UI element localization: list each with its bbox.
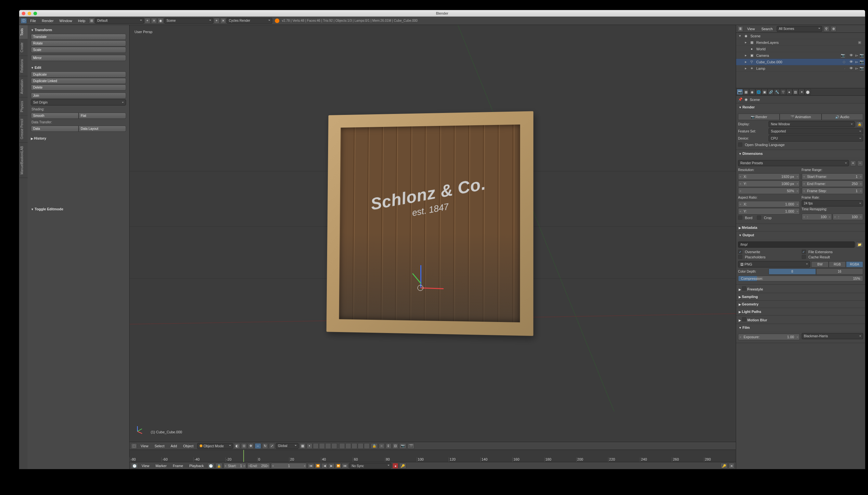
- remove-layout-icon[interactable]: ✕: [151, 18, 157, 24]
- cache-result-checkbox[interactable]: [802, 255, 806, 259]
- playhead[interactable]: [243, 450, 244, 462]
- panel-render-header[interactable]: Render: [736, 104, 865, 111]
- frame-step-field[interactable]: Frame Step:1: [802, 188, 864, 194]
- add-scene-icon[interactable]: +: [214, 18, 219, 24]
- keying-set-icon[interactable]: 🔑: [399, 463, 406, 469]
- data-transfer-button[interactable]: Data: [31, 125, 79, 132]
- screen-layout-browse-icon[interactable]: ⊞: [89, 18, 95, 24]
- output-path-field[interactable]: /tmp/: [738, 241, 855, 248]
- end-frame-field[interactable]: End: 250: [247, 463, 270, 469]
- duplicate-linked-button[interactable]: Duplicate Linked: [31, 78, 126, 84]
- tl-menu-frame[interactable]: Frame: [170, 464, 186, 468]
- pixel-filter-dropdown[interactable]: Blackman-Harris: [802, 333, 864, 339]
- render-engine-dropdown[interactable]: Cycles Render: [227, 18, 272, 24]
- tl-menu-marker[interactable]: Marker: [153, 464, 169, 468]
- visibility-icon[interactable]: 👁: [849, 66, 853, 70]
- manipulator-rotate-icon[interactable]: ↻: [262, 443, 268, 449]
- render-animation-icon[interactable]: 🎬: [407, 443, 414, 449]
- outliner-display-mode[interactable]: All Scenes: [777, 26, 822, 32]
- translate-button[interactable]: Translate: [31, 34, 126, 40]
- color-depth-16[interactable]: 16: [816, 269, 864, 275]
- shelf-tab-animation[interactable]: Animation: [19, 76, 28, 97]
- shelf-tab-grease-pencil[interactable]: Grease Pencil: [19, 116, 28, 143]
- lock-time-icon[interactable]: 🔒: [215, 463, 223, 469]
- preset-remove-icon[interactable]: −: [857, 160, 863, 166]
- proportional-edit-icon[interactable]: ○: [379, 443, 384, 449]
- viewport-shading-icon[interactable]: ◐: [234, 443, 240, 449]
- jump-start-button[interactable]: ⏮: [308, 463, 314, 468]
- timeline-editor-type-icon[interactable]: 🕐: [131, 463, 138, 469]
- selectable-icon[interactable]: ▻: [854, 66, 858, 70]
- lock-ui-icon[interactable]: 🔒: [856, 121, 863, 127]
- shelf-tab-physics[interactable]: Physics: [19, 98, 28, 116]
- mode-dropdown[interactable]: ⬣ Object Mode: [197, 443, 233, 449]
- color-mode-rgb[interactable]: RGB: [829, 261, 846, 268]
- remove-scene-icon[interactable]: ✕: [220, 18, 226, 24]
- border-checkbox[interactable]: [738, 216, 742, 220]
- scene-dropdown[interactable]: Scene: [164, 18, 213, 24]
- sync-mode-dropdown[interactable]: No Sync: [349, 463, 391, 469]
- panel-metadata-header[interactable]: Metadata: [736, 224, 865, 231]
- keying-set-remove-icon[interactable]: ✕: [728, 463, 735, 469]
- render-presets-dropdown[interactable]: Render Presets: [738, 160, 849, 166]
- shelf-tab-create[interactable]: Create: [19, 39, 28, 56]
- aspect-x-field[interactable]: X:1.000: [738, 201, 800, 207]
- expand-icon[interactable]: ▾: [738, 34, 742, 38]
- context-particles-icon[interactable]: ✦: [799, 89, 805, 95]
- shade-smooth-button[interactable]: Smooth: [31, 113, 79, 119]
- device-dropdown[interactable]: CPU: [769, 135, 863, 141]
- render-animation-button[interactable]: 🎬 Animation: [780, 114, 821, 120]
- view3d-menu-view[interactable]: View: [138, 444, 151, 448]
- scene-browse-icon[interactable]: ◉: [158, 18, 164, 24]
- file-format-dropdown[interactable]: 🖼 PNG: [738, 261, 810, 268]
- menu-window[interactable]: Window: [57, 19, 75, 23]
- keying-set-add-icon[interactable]: 🔑: [721, 463, 728, 469]
- render-button[interactable]: 📷 Render: [738, 114, 780, 120]
- editor-type-icon[interactable]: ⓘ: [20, 18, 27, 24]
- data-layout-button[interactable]: Data Layout: [79, 125, 126, 132]
- remap-old-field[interactable]: :100: [802, 214, 832, 220]
- start-frame-field[interactable]: Start: 1: [224, 463, 246, 469]
- screen-layout-dropdown[interactable]: Default: [95, 18, 144, 24]
- jump-prev-key-button[interactable]: ⏪: [314, 463, 321, 468]
- display-mode-dropdown[interactable]: New Window: [769, 121, 855, 127]
- mirror-button[interactable]: Mirror: [31, 55, 126, 61]
- shelf-tab-relations[interactable]: Relations: [19, 56, 28, 76]
- remap-new-field[interactable]: :100: [833, 214, 863, 220]
- render-audio-button[interactable]: 🔊 Audio: [821, 114, 863, 120]
- outliner-row[interactable]: ▸ ☀ Lamp · 👁▻📷: [736, 65, 865, 72]
- context-texture-icon[interactable]: ▨: [792, 89, 799, 95]
- 3d-viewport[interactable]: User Persp Schlonz & Co. est. 1847: [130, 25, 736, 442]
- transform-orientation-dropdown[interactable]: Global: [276, 443, 298, 449]
- breadcrumb-scene[interactable]: Scene: [750, 98, 760, 102]
- menu-render[interactable]: Render: [39, 19, 56, 23]
- resolution-y-field[interactable]: Y:1080 px: [738, 181, 800, 187]
- selectable-icon[interactable]: ▻: [854, 60, 858, 64]
- layers-icon[interactable]: ▦: [299, 443, 306, 449]
- expand-icon[interactable]: ▸: [744, 66, 748, 70]
- panel-motion-blur-header[interactable]: Motion Blur: [736, 315, 865, 324]
- manipulator-scale-icon[interactable]: ⤢: [269, 443, 275, 449]
- last-operator-header[interactable]: Toggle Editmode: [30, 206, 127, 212]
- expand-icon[interactable]: ▸: [744, 40, 748, 45]
- panel-transform-header[interactable]: Transform: [30, 27, 127, 33]
- resolution-percentage-field[interactable]: 50%: [738, 188, 800, 194]
- use-preview-range-icon[interactable]: 🕐: [207, 463, 214, 469]
- snap-element-icon[interactable]: ⊡: [392, 443, 398, 449]
- context-world-icon[interactable]: 🌐: [755, 89, 761, 95]
- renderable-icon[interactable]: 📷: [859, 60, 864, 64]
- panel-geometry-header[interactable]: Geometry: [736, 301, 865, 308]
- menu-help[interactable]: Help: [75, 19, 88, 23]
- context-data-icon[interactable]: ▽: [780, 89, 786, 95]
- jump-next-key-button[interactable]: ⏩: [335, 463, 341, 468]
- aspect-y-field[interactable]: Y:1.000: [738, 208, 800, 215]
- outliner-row[interactable]: ▾ ◉ Scene: [736, 33, 865, 39]
- panel-film-header[interactable]: Film: [736, 324, 865, 331]
- render-preview-icon[interactable]: 📷: [399, 443, 406, 449]
- preset-add-icon[interactable]: +: [850, 160, 856, 166]
- outliner-editor-type-icon[interactable]: ≣: [737, 26, 743, 32]
- pivot-point-icon[interactable]: ⊙: [241, 443, 247, 449]
- outliner-menu-view[interactable]: View: [744, 27, 757, 31]
- context-physics-icon[interactable]: ⬤: [805, 89, 811, 95]
- feature-set-dropdown[interactable]: Supported: [769, 128, 863, 134]
